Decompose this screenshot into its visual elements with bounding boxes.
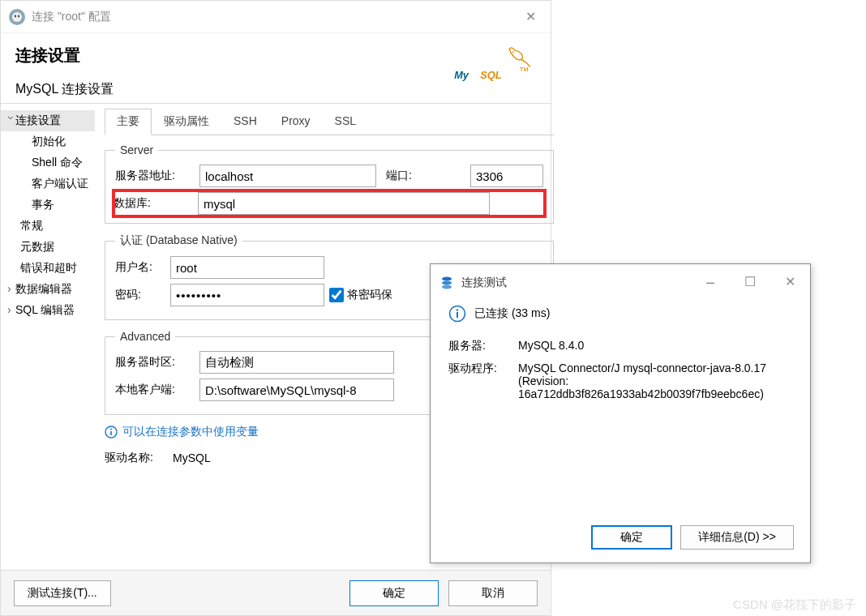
tab-main[interactable]: 主要	[105, 109, 152, 135]
info-tip-text: 可以在连接参数中使用变量	[122, 425, 259, 439]
svg-point-14	[457, 309, 458, 310]
password-input[interactable]	[170, 284, 324, 306]
nav-item-shell-commands[interactable]: Shell 命令	[1, 152, 95, 173]
timezone-input[interactable]	[199, 351, 394, 374]
modal-title: 连接测试	[461, 276, 699, 290]
local-client-label: 本地客户端:	[115, 383, 195, 397]
status-line: 已连接 (33 ms)	[448, 305, 792, 323]
tab-ssl[interactable]: SSL	[323, 109, 368, 135]
host-input[interactable]	[199, 165, 376, 187]
driver-detail-row: 驱动程序: MySQL Connector/J mysql-connector-…	[448, 361, 792, 400]
nav-tree: 连接设置 初始化 Shell 命令 客户端认证 事务 常规 元数据 错误和超时 …	[1, 104, 95, 557]
svg-point-0	[12, 12, 22, 22]
window-controls: ✕	[519, 6, 542, 28]
svg-point-9	[110, 429, 112, 430]
database-icon	[439, 275, 455, 291]
host-label: 服务器地址:	[115, 169, 195, 183]
header-section: 连接设置 MySQL 连接设置 My SQL ™	[1, 33, 551, 103]
svg-point-1	[15, 15, 16, 17]
watermark: CSDN @花筏下的影子	[733, 597, 856, 613]
svg-point-10	[442, 277, 452, 281]
nav-item-metadata[interactable]: 元数据	[1, 237, 95, 258]
server-value: MySQL 8.4.0	[518, 339, 792, 353]
database-highlight: 数据库:	[114, 190, 545, 216]
user-input[interactable]	[170, 256, 324, 279]
svg-text:SQL: SQL	[480, 69, 502, 81]
svg-point-3	[512, 51, 514, 53]
driver-label: 驱动程序:	[448, 361, 507, 400]
main-titlebar: 连接 "root" 配置 ✕	[1, 1, 551, 33]
nav-item-data-editor[interactable]: 数据编辑器	[1, 279, 95, 300]
tab-driver-properties[interactable]: 驱动属性	[152, 109, 221, 135]
auth-legend: 认证 (Database Native)	[115, 233, 242, 248]
driver-value: MySQL Connector/J mysql-connector-java-8…	[518, 361, 792, 400]
mysql-logo: My SQL ™	[447, 45, 536, 92]
modal-details-button[interactable]: 详细信息(D) >>	[680, 525, 794, 550]
driver-name-value: MySQL	[173, 451, 211, 464]
tab-ssh[interactable]: SSH	[221, 109, 269, 135]
timezone-label: 服务器时区:	[115, 355, 195, 370]
svg-text:™: ™	[519, 65, 529, 77]
app-icon	[9, 9, 25, 25]
nav-item-general[interactable]: 常规	[1, 216, 95, 237]
port-input[interactable]	[470, 165, 543, 187]
info-icon	[448, 305, 466, 323]
advanced-legend: Advanced	[115, 330, 175, 343]
maximize-icon[interactable]: ☐	[738, 271, 762, 296]
ok-button[interactable]: 确定	[349, 580, 439, 606]
svg-rect-8	[110, 431, 112, 435]
server-group: Server 服务器地址: 端口: 数据库:	[105, 143, 554, 224]
svg-text:My: My	[454, 69, 469, 81]
page-title: 连接设置	[15, 45, 114, 66]
password-label: 密码:	[115, 288, 165, 302]
nav-item-transaction[interactable]: 事务	[1, 195, 95, 216]
status-text: 已连接 (33 ms)	[474, 306, 550, 321]
window-title: 连接 "root" 配置	[32, 10, 519, 24]
svg-point-12	[442, 285, 452, 289]
server-legend: Server	[115, 143, 158, 156]
nav-item-client-auth[interactable]: 客户端认证	[1, 173, 95, 195]
nav-item-errors-timeout[interactable]: 错误和超时	[1, 258, 95, 279]
close-icon[interactable]: ✕	[778, 271, 802, 296]
nav-item-sql-editor[interactable]: SQL 编辑器	[1, 300, 95, 321]
connection-test-dialog: 连接测试 − ☐ ✕ 已连接 (33 ms) 服务器: MySQL 8.4.0 …	[430, 263, 811, 563]
info-icon	[105, 426, 118, 438]
driver-name-label: 驱动名称:	[105, 451, 168, 465]
cancel-button[interactable]: 取消	[448, 580, 538, 606]
close-icon[interactable]: ✕	[519, 6, 542, 28]
modal-footer: 确定 详细信息(D) >>	[591, 525, 794, 550]
svg-rect-15	[457, 312, 458, 318]
database-label: 数据库:	[114, 196, 193, 211]
modal-body: 已连接 (33 ms) 服务器: MySQL 8.4.0 驱动程序: MySQL…	[431, 302, 810, 418]
modal-titlebar: 连接测试 − ☐ ✕	[431, 264, 810, 302]
local-client-input[interactable]	[199, 379, 394, 401]
modal-window-controls: − ☐ ✕	[699, 271, 802, 296]
nav-item-initialization[interactable]: 初始化	[1, 131, 95, 152]
save-password-label: 将密码保	[347, 288, 427, 302]
user-label: 用户名:	[115, 260, 165, 275]
test-connection-button[interactable]: 测试连接(T)...	[14, 580, 111, 606]
tabs: 主要 驱动属性 SSH Proxy SSL	[105, 109, 554, 135]
svg-point-11	[442, 281, 452, 285]
svg-point-2	[18, 15, 19, 17]
port-label: 端口:	[386, 169, 465, 183]
save-password-checkbox[interactable]	[329, 288, 344, 302]
bottom-bar: 测试连接(T)... 确定 取消	[1, 570, 551, 615]
database-input[interactable]	[198, 192, 490, 215]
server-detail-row: 服务器: MySQL 8.4.0	[448, 339, 792, 353]
page-subtitle: MySQL 连接设置	[15, 81, 114, 98]
server-label: 服务器:	[448, 339, 507, 353]
modal-ok-button[interactable]: 确定	[591, 525, 672, 550]
nav-item-connection-settings[interactable]: 连接设置	[1, 110, 95, 131]
tab-proxy[interactable]: Proxy	[269, 109, 323, 135]
minimize-icon[interactable]: −	[699, 271, 722, 296]
